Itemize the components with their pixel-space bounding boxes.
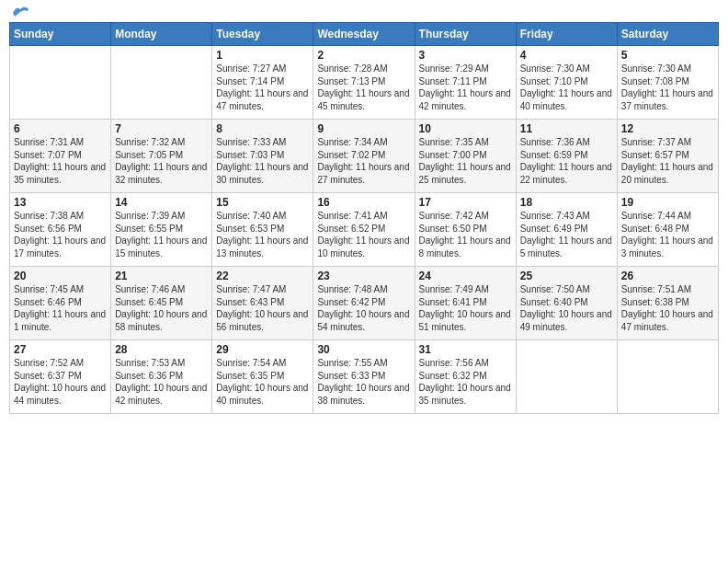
day-number: 11 <box>520 122 613 135</box>
calendar-cell: 24Sunrise: 7:49 AM Sunset: 6:41 PM Dayli… <box>415 267 516 340</box>
cell-content: Sunrise: 7:28 AM Sunset: 7:13 PM Dayligh… <box>317 63 410 112</box>
cell-content: Sunrise: 7:43 AM Sunset: 6:49 PM Dayligh… <box>520 210 613 259</box>
calendar-cell: 3Sunrise: 7:29 AM Sunset: 7:11 PM Daylig… <box>415 46 516 120</box>
day-number: 30 <box>317 343 410 356</box>
day-number: 29 <box>216 343 309 356</box>
day-number: 23 <box>317 270 410 282</box>
cell-content: Sunrise: 7:27 AM Sunset: 7:14 PM Dayligh… <box>216 63 309 112</box>
cell-content: Sunrise: 7:42 AM Sunset: 6:50 PM Dayligh… <box>419 210 512 259</box>
col-header-friday: Friday <box>516 23 617 46</box>
calendar-cell: 1Sunrise: 7:27 AM Sunset: 7:14 PM Daylig… <box>212 46 313 120</box>
col-header-wednesday: Wednesday <box>313 23 415 46</box>
cell-content: Sunrise: 7:45 AM Sunset: 6:46 PM Dayligh… <box>14 283 107 333</box>
cell-content: Sunrise: 7:51 AM Sunset: 6:38 PM Dayligh… <box>621 283 714 333</box>
cell-content: Sunrise: 7:31 AM Sunset: 7:07 PM Dayligh… <box>14 136 107 186</box>
calendar-cell: 14Sunrise: 7:39 AM Sunset: 6:55 PM Dayli… <box>111 193 212 267</box>
day-number: 26 <box>621 270 714 282</box>
calendar-cell <box>10 46 111 120</box>
cell-content: Sunrise: 7:40 AM Sunset: 6:53 PM Dayligh… <box>216 210 309 259</box>
day-number: 18 <box>520 196 613 209</box>
page-header <box>9 9 719 15</box>
calendar-cell: 23Sunrise: 7:48 AM Sunset: 6:42 PM Dayli… <box>313 267 415 340</box>
col-header-tuesday: Tuesday <box>212 23 313 46</box>
day-number: 6 <box>14 122 107 135</box>
calendar-cell <box>516 340 617 414</box>
day-number: 5 <box>621 49 714 62</box>
calendar-cell: 16Sunrise: 7:41 AM Sunset: 6:52 PM Dayli… <box>313 193 415 267</box>
calendar-cell <box>617 340 718 414</box>
col-header-sunday: Sunday <box>10 23 111 46</box>
day-number: 22 <box>216 270 309 282</box>
cell-content: Sunrise: 7:53 AM Sunset: 6:36 PM Dayligh… <box>115 357 208 407</box>
col-header-saturday: Saturday <box>617 23 718 46</box>
calendar-cell: 20Sunrise: 7:45 AM Sunset: 6:46 PM Dayli… <box>10 267 111 340</box>
cell-content: Sunrise: 7:55 AM Sunset: 6:33 PM Dayligh… <box>317 357 410 407</box>
day-number: 4 <box>520 49 613 62</box>
day-number: 3 <box>419 49 512 62</box>
cell-content: Sunrise: 7:52 AM Sunset: 6:37 PM Dayligh… <box>14 357 107 407</box>
calendar-cell: 25Sunrise: 7:50 AM Sunset: 6:40 PM Dayli… <box>516 267 617 340</box>
cell-content: Sunrise: 7:36 AM Sunset: 6:59 PM Dayligh… <box>520 136 613 186</box>
cell-content: Sunrise: 7:35 AM Sunset: 7:00 PM Dayligh… <box>419 136 512 186</box>
col-header-monday: Monday <box>111 23 212 46</box>
cell-content: Sunrise: 7:47 AM Sunset: 6:43 PM Dayligh… <box>216 283 309 333</box>
cell-content: Sunrise: 7:30 AM Sunset: 7:10 PM Dayligh… <box>520 63 613 112</box>
week-row-1: 1Sunrise: 7:27 AM Sunset: 7:14 PM Daylig… <box>10 46 719 120</box>
calendar-header-row: SundayMondayTuesdayWednesdayThursdayFrid… <box>10 23 719 46</box>
calendar-cell: 11Sunrise: 7:36 AM Sunset: 6:59 PM Dayli… <box>516 120 617 193</box>
cell-content: Sunrise: 7:49 AM Sunset: 6:41 PM Dayligh… <box>419 283 512 333</box>
day-number: 15 <box>216 196 309 209</box>
calendar-cell: 22Sunrise: 7:47 AM Sunset: 6:43 PM Dayli… <box>212 267 313 340</box>
day-number: 12 <box>621 122 714 135</box>
cell-content: Sunrise: 7:56 AM Sunset: 6:32 PM Dayligh… <box>419 357 512 407</box>
calendar-cell: 6Sunrise: 7:31 AM Sunset: 7:07 PM Daylig… <box>10 120 111 193</box>
calendar-cell: 7Sunrise: 7:32 AM Sunset: 7:05 PM Daylig… <box>111 120 212 193</box>
cell-content: Sunrise: 7:50 AM Sunset: 6:40 PM Dayligh… <box>520 283 613 333</box>
cell-content: Sunrise: 7:48 AM Sunset: 6:42 PM Dayligh… <box>317 283 410 333</box>
col-header-thursday: Thursday <box>415 23 516 46</box>
calendar-cell: 5Sunrise: 7:30 AM Sunset: 7:08 PM Daylig… <box>617 46 718 120</box>
calendar-cell: 2Sunrise: 7:28 AM Sunset: 7:13 PM Daylig… <box>313 46 415 120</box>
week-row-3: 13Sunrise: 7:38 AM Sunset: 6:56 PM Dayli… <box>10 193 719 267</box>
day-number: 31 <box>419 343 512 356</box>
cell-content: Sunrise: 7:34 AM Sunset: 7:02 PM Dayligh… <box>317 136 410 186</box>
calendar-cell <box>111 46 212 120</box>
cell-content: Sunrise: 7:46 AM Sunset: 6:45 PM Dayligh… <box>115 283 208 333</box>
calendar-cell: 13Sunrise: 7:38 AM Sunset: 6:56 PM Dayli… <box>10 193 111 267</box>
day-number: 24 <box>419 270 512 282</box>
calendar-cell: 21Sunrise: 7:46 AM Sunset: 6:45 PM Dayli… <box>111 267 212 340</box>
cell-content: Sunrise: 7:41 AM Sunset: 6:52 PM Dayligh… <box>317 210 410 259</box>
day-number: 7 <box>115 122 208 135</box>
day-number: 25 <box>520 270 613 282</box>
calendar-cell: 17Sunrise: 7:42 AM Sunset: 6:50 PM Dayli… <box>415 193 516 267</box>
day-number: 2 <box>317 49 410 62</box>
week-row-4: 20Sunrise: 7:45 AM Sunset: 6:46 PM Dayli… <box>10 267 719 340</box>
calendar-cell: 15Sunrise: 7:40 AM Sunset: 6:53 PM Dayli… <box>212 193 313 267</box>
day-number: 10 <box>419 122 512 135</box>
calendar-cell: 10Sunrise: 7:35 AM Sunset: 7:00 PM Dayli… <box>415 120 516 193</box>
calendar-cell: 9Sunrise: 7:34 AM Sunset: 7:02 PM Daylig… <box>313 120 415 193</box>
day-number: 21 <box>115 270 208 282</box>
calendar-cell: 4Sunrise: 7:30 AM Sunset: 7:10 PM Daylig… <box>516 46 617 120</box>
day-number: 1 <box>216 49 309 62</box>
week-row-2: 6Sunrise: 7:31 AM Sunset: 7:07 PM Daylig… <box>10 120 719 193</box>
day-number: 9 <box>317 122 410 135</box>
day-number: 20 <box>14 270 107 282</box>
cell-content: Sunrise: 7:32 AM Sunset: 7:05 PM Dayligh… <box>115 136 208 186</box>
day-number: 17 <box>419 196 512 209</box>
cell-content: Sunrise: 7:30 AM Sunset: 7:08 PM Dayligh… <box>621 63 714 112</box>
cell-content: Sunrise: 7:54 AM Sunset: 6:35 PM Dayligh… <box>216 357 309 407</box>
day-number: 27 <box>14 343 107 356</box>
cell-content: Sunrise: 7:44 AM Sunset: 6:48 PM Dayligh… <box>621 210 714 259</box>
calendar-cell: 19Sunrise: 7:44 AM Sunset: 6:48 PM Dayli… <box>617 193 718 267</box>
calendar-cell: 31Sunrise: 7:56 AM Sunset: 6:32 PM Dayli… <box>415 340 516 414</box>
day-number: 16 <box>317 196 410 209</box>
calendar-cell: 12Sunrise: 7:37 AM Sunset: 6:57 PM Dayli… <box>617 120 718 193</box>
calendar-cell: 29Sunrise: 7:54 AM Sunset: 6:35 PM Dayli… <box>212 340 313 414</box>
calendar-cell: 18Sunrise: 7:43 AM Sunset: 6:49 PM Dayli… <box>516 193 617 267</box>
logo <box>9 9 29 15</box>
day-number: 28 <box>115 343 208 356</box>
day-number: 8 <box>216 122 309 135</box>
calendar-cell: 8Sunrise: 7:33 AM Sunset: 7:03 PM Daylig… <box>212 120 313 193</box>
cell-content: Sunrise: 7:39 AM Sunset: 6:55 PM Dayligh… <box>115 210 208 259</box>
